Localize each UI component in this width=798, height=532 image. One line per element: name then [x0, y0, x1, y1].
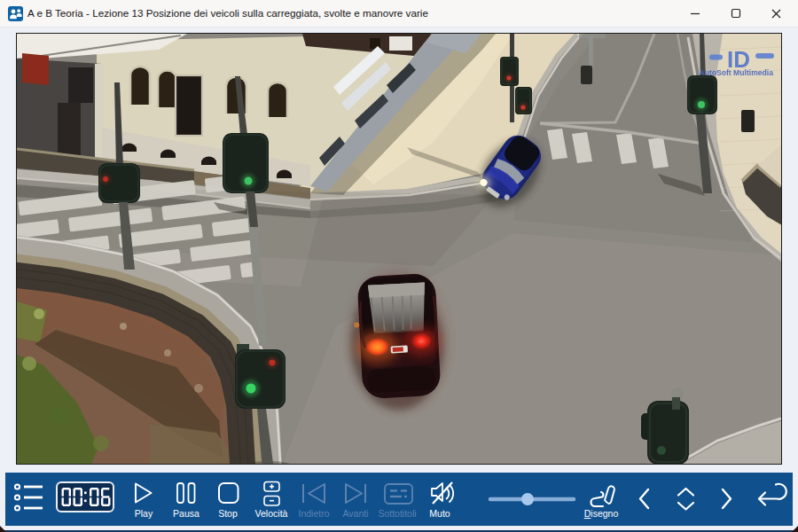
svg-text:Sottotitoli: Sottotitoli: [378, 508, 416, 519]
svg-text:Indietro: Indietro: [298, 508, 329, 519]
svg-text:Avanti: Avanti: [343, 508, 369, 519]
svg-text:Pausa: Pausa: [173, 508, 200, 519]
svg-text:Muto: Muto: [429, 508, 450, 519]
svg-text:Play: Play: [135, 508, 153, 519]
svg-text:AutoSoft Multimedia: AutoSoft Multimedia: [699, 68, 773, 77]
svg-text:Stop: Stop: [218, 508, 238, 519]
svg-text:Disegno: Disegno: [584, 508, 619, 519]
svg-text:Velocità: Velocità: [255, 508, 288, 519]
